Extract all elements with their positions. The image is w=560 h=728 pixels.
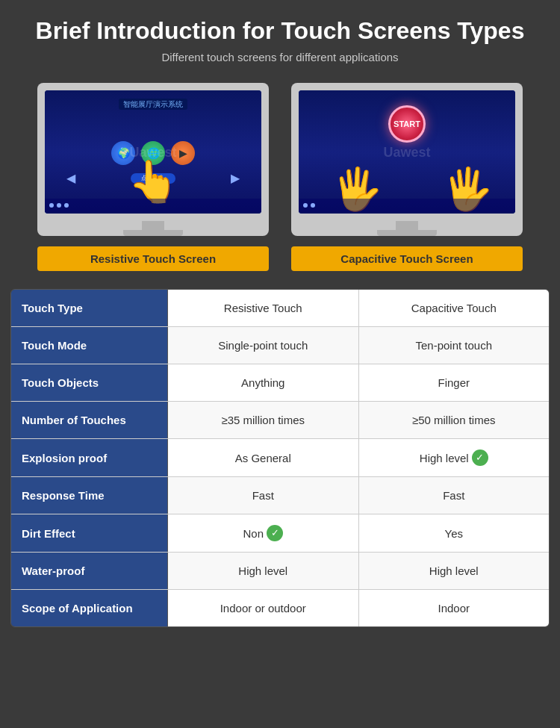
- table-row: Scope of ApplicationIndoor or outdoorInd…: [11, 590, 549, 626]
- feature-cell: Number of Touches: [11, 402, 168, 438]
- capacitive-card: START 🖐 🖐 Uawest Capacitive Touch Screen: [291, 83, 523, 271]
- resistive-cell: Non✓: [168, 514, 359, 552]
- left-arrow: ◀: [66, 171, 75, 185]
- table-row: Explosion proofAs GeneralHigh level✓: [11, 439, 549, 477]
- resistive-cell: High level: [168, 553, 359, 589]
- resistive-cell: Indoor or outdoor: [168, 590, 359, 626]
- resistive-label: Resistive Touch Screen: [37, 246, 269, 271]
- feature-cell: Water-proof: [11, 553, 168, 589]
- capacitive-screen-content: START 🖐 🖐 Uawest: [299, 90, 515, 214]
- resistive-cell: As General: [168, 439, 359, 476]
- capacitive-cell: Capacitive Touch: [359, 290, 550, 326]
- resistive-screen: 智能展厅演示系统 🌍 🌐 ▶ ◀ 点击进入 ▶ 👆: [45, 90, 261, 214]
- resistive-card: 智能展厅演示系统 🌍 🌐 ▶ ◀ 点击进入 ▶ 👆: [37, 83, 269, 271]
- resistive-cell: Resistive Touch: [168, 290, 359, 326]
- monitor-base-left: [123, 230, 183, 236]
- bottom-bar-left: [45, 199, 261, 212]
- resistive-cell: Fast: [168, 477, 359, 514]
- bottom-bar-right: [299, 199, 515, 212]
- right-arrow: ▶: [231, 171, 240, 185]
- capacitive-monitor: START 🖐 🖐 Uawest: [291, 83, 523, 236]
- subtitle: Different touch screens for different ap…: [15, 51, 545, 63]
- capacitive-cell: High level: [359, 553, 550, 589]
- table-row: Touch TypeResistive TouchCapacitive Touc…: [11, 290, 549, 327]
- resistive-cell: Single-point touch: [168, 327, 359, 364]
- capacitive-screen: START 🖐 🖐 Uawest: [299, 90, 515, 214]
- table-row: Touch ModeSingle-point touchTen-point to…: [11, 327, 549, 364]
- main-title: Brief Introduction for Touch Screens Typ…: [15, 16, 545, 45]
- check-icon: ✓: [472, 449, 488, 466]
- capacitive-cell: ≥50 million times: [359, 402, 550, 438]
- resistive-cell: Anything: [168, 364, 359, 401]
- comparison-table: Touch TypeResistive TouchCapacitive Touc…: [10, 289, 550, 627]
- screen-chinese-text: 智能展厅演示系统: [45, 96, 261, 110]
- feature-cell: Touch Type: [11, 290, 168, 326]
- resistive-screen-content: 智能展厅演示系统 🌍 🌐 ▶ ◀ 点击进入 ▶ 👆: [45, 90, 261, 214]
- table-row: Number of Touches≥35 million times≥50 mi…: [11, 402, 549, 439]
- capacitive-label: Capacitive Touch Screen: [291, 246, 523, 271]
- header-section: Brief Introduction for Touch Screens Typ…: [0, 0, 560, 75]
- feature-cell: Dirt Effect: [11, 514, 168, 552]
- feature-cell: Touch Mode: [11, 327, 168, 364]
- feature-cell: Touch Objects: [11, 364, 168, 401]
- feature-cell: Explosion proof: [11, 439, 168, 476]
- screens-section: 智能展厅演示系统 🌍 🌐 ▶ ◀ 点击进入 ▶ 👆: [0, 75, 560, 279]
- resistive-cell: ≥35 million times: [168, 402, 359, 438]
- capacitive-cell: Finger: [359, 364, 550, 401]
- feature-cell: Scope of Application: [11, 590, 168, 626]
- capacitive-cell: Yes: [359, 514, 550, 552]
- table-row: Response TimeFastFast: [11, 477, 549, 514]
- capacitive-cell: Indoor: [359, 590, 550, 626]
- start-button: START: [388, 105, 426, 143]
- capacitive-cell: Ten-point touch: [359, 327, 550, 364]
- capacitive-cell: Fast: [359, 477, 550, 514]
- watermark-right: Uawest: [383, 144, 430, 160]
- table-row: Water-proofHigh levelHigh level: [11, 553, 549, 590]
- table-row: Dirt EffectNon✓Yes: [11, 514, 549, 553]
- capacitive-cell: High level✓: [359, 439, 550, 476]
- resistive-monitor: 智能展厅演示系统 🌍 🌐 ▶ ◀ 点击进入 ▶ 👆: [37, 83, 269, 236]
- check-icon: ✓: [267, 525, 283, 541]
- monitor-base-right: [377, 230, 437, 236]
- feature-cell: Response Time: [11, 477, 168, 514]
- table-row: Touch ObjectsAnythingFinger: [11, 364, 549, 402]
